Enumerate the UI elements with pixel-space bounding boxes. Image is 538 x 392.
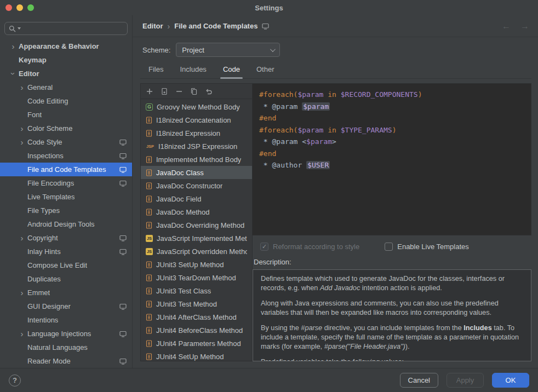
sidebar-item-label: GUI Designer [27, 302, 71, 310]
tab-files[interactable]: Files [140, 61, 171, 78]
scheme-label: Scheme: [142, 46, 170, 54]
chevron-right-icon[interactable]: › [16, 124, 27, 132]
sidebar-item-inlay-hints[interactable]: Inlay Hints [0, 245, 132, 258]
sidebar-item-reader-mode[interactable]: Reader Mode [0, 354, 132, 368]
template-file-icon [146, 117, 152, 124]
chevron-right-icon[interactable]: › [16, 83, 27, 91]
sidebar-item-file-and-code-templates[interactable]: File and Code Templates [0, 163, 132, 176]
tab-code[interactable]: Code [215, 61, 248, 78]
template-item-label: JavaScript Overridden Metho [157, 247, 247, 256]
scheme-select[interactable]: Project [176, 43, 280, 57]
template-item-javascript-implemented-met[interactable]: JSJavaScript Implemented Met [141, 232, 252, 245]
template-item-groovy-new-method-body[interactable]: GGroovy New Method Body [141, 100, 252, 113]
template-file-icon [146, 222, 152, 229]
chevron-right-icon[interactable]: › [8, 42, 19, 50]
monitor-icon [119, 303, 127, 310]
template-item-i18nized-jsp-expression[interactable]: JSPI18nized JSP Expression [141, 140, 252, 153]
monitor-icon [119, 249, 127, 255]
close-window-button[interactable] [5, 4, 12, 11]
template-item-javascript-overridden-metho[interactable]: JSJavaScript Overridden Metho [141, 245, 252, 258]
sidebar-item-android-design-tools[interactable]: Android Design Tools [0, 217, 132, 231]
chevron-right-icon[interactable]: › [16, 330, 27, 338]
code-line: #foreach($param in $RECORD_COMPONENTS) [259, 89, 524, 101]
zoom-window-button[interactable] [27, 4, 34, 11]
checkbox-checked-icon [260, 243, 268, 251]
back-icon[interactable]: ← [502, 21, 511, 31]
enable-live-templates-checkbox[interactable]: Enable Live Templates [385, 243, 469, 251]
copy-template-icon[interactable] [160, 87, 169, 96]
template-item-implemented-method-body[interactable]: Implemented Method Body [141, 153, 252, 166]
code-token: $param [297, 90, 323, 99]
ok-button[interactable]: OK [492, 373, 529, 388]
sidebar-item-compose-live-edit[interactable]: Compose Live Edit [0, 258, 132, 272]
help-button[interactable]: ? [9, 374, 21, 387]
chevron-right-icon[interactable]: › [16, 289, 27, 297]
sidebar-item-label: Intentions [27, 316, 58, 324]
sidebar-item-duplicates[interactable]: Duplicates [0, 272, 132, 286]
description-box[interactable]: Defines template which used to generate … [253, 269, 531, 361]
reset-template-icon[interactable] [204, 87, 213, 96]
breadcrumb-editor[interactable]: Editor [142, 22, 163, 30]
template-item-junit3-setup-method[interactable]: JUnit3 SetUp Method [141, 258, 252, 271]
sidebar-item-keymap[interactable]: Keymap [0, 53, 132, 67]
sidebar-item-copyright[interactable]: ›Copyright [0, 231, 132, 245]
sidebar-item-live-templates[interactable]: Live Templates [0, 190, 132, 204]
template-detail-pane: #foreach($param in $RECORD_COMPONENTS) *… [253, 83, 531, 361]
description-text: Along with Java expressions and comments… [261, 299, 499, 316]
description-paragraph: By using the #parse directive, you can i… [261, 324, 523, 351]
sidebar-item-appearance-behavior[interactable]: ›Appearance & Behavior [0, 39, 132, 53]
minimize-window-button[interactable] [16, 4, 23, 11]
sidebar-item-file-encodings[interactable]: File Encodings [0, 176, 132, 190]
sidebar-item-natural-languages[interactable]: Natural Languages [0, 341, 132, 354]
sidebar-item-font[interactable]: Font [0, 108, 132, 122]
template-item-junit3-teardown-method[interactable]: JUnit3 TearDown Method [141, 271, 252, 284]
remove-template-icon[interactable] [175, 87, 184, 96]
template-item-javadoc-overriding-method[interactable]: JavaDoc Overriding Method [141, 218, 252, 232]
template-item-junit3-test-class[interactable]: JUnit3 Test Class [141, 284, 252, 297]
sidebar-item-inspections[interactable]: Inspections [0, 149, 132, 163]
code-token: #end [259, 114, 276, 122]
sidebar-item-label: Appearance & Behavior [19, 42, 99, 50]
sidebar-item-general[interactable]: ›General [0, 80, 132, 94]
settings-search[interactable] [4, 22, 128, 35]
template-item-label: JUnit4 SetUp Method [156, 353, 224, 361]
sidebar-item-editor[interactable]: ›Editor [0, 67, 132, 80]
history-nav: ← → [502, 21, 529, 31]
cancel-button[interactable]: Cancel [400, 373, 438, 388]
sidebar-item-file-types[interactable]: File Types [0, 204, 132, 217]
settings-search-input[interactable] [22, 25, 123, 33]
chevron-right-icon[interactable]: › [16, 138, 27, 146]
sidebar-item-emmet[interactable]: ›Emmet [0, 286, 132, 299]
duplicate-template-icon[interactable] [190, 87, 198, 96]
template-item-i18nized-concatenation[interactable]: I18nized Concatenation [141, 113, 252, 126]
template-item-junit4-beforeclass-method[interactable]: JUnit4 BeforeClass Method [141, 324, 252, 337]
template-item-i18nized-expression[interactable]: I18nized Expression [141, 126, 252, 140]
template-item-label: JUnit3 SetUp Method [156, 261, 224, 269]
forward-icon[interactable]: → [520, 21, 529, 31]
template-item-junit4-parameters-method[interactable]: JUnit4 Parameters Method [141, 337, 252, 350]
description-text: #parse [301, 324, 322, 332]
sidebar-item-gui-designer[interactable]: GUI Designer [0, 299, 132, 313]
sidebar-item-language-injections[interactable]: ›Language Injections [0, 327, 132, 341]
tab-includes[interactable]: Includes [171, 61, 214, 78]
sidebar-item-code-editing[interactable]: Code Editing [0, 94, 132, 108]
description-label: Description: [254, 258, 531, 266]
chevron-down-icon[interactable]: › [9, 68, 18, 79]
template-item-javadoc-constructor[interactable]: JavaDoc Constructor [141, 179, 252, 192]
tab-other[interactable]: Other [248, 61, 283, 78]
template-file-icon [146, 327, 152, 334]
template-editor[interactable]: #foreach($param in $RECORD_COMPONENTS) *… [253, 83, 531, 235]
sidebar-item-color-scheme[interactable]: ›Color Scheme [0, 122, 132, 135]
template-item-javadoc-method[interactable]: JavaDoc Method [141, 205, 252, 218]
template-item-javadoc-field[interactable]: JavaDoc Field [141, 192, 252, 205]
template-item-junit4-setup-method[interactable]: JUnit4 SetUp Method [141, 350, 252, 361]
sidebar-item-code-style[interactable]: ›Code Style [0, 135, 132, 149]
sidebar-item-intentions[interactable]: Intentions [0, 313, 132, 327]
chevron-right-icon[interactable]: › [16, 234, 27, 242]
description-text: Add Javadoc [320, 284, 360, 292]
template-item-junit4-afterclass-method[interactable]: JUnit4 AfterClass Method [141, 310, 252, 324]
template-item-junit3-test-method[interactable]: JUnit3 Test Method [141, 297, 252, 310]
template-item-javadoc-class[interactable]: JavaDoc Class [141, 166, 252, 179]
template-item-label: JavaDoc Constructor [156, 182, 222, 190]
add-template-icon[interactable] [145, 87, 154, 96]
